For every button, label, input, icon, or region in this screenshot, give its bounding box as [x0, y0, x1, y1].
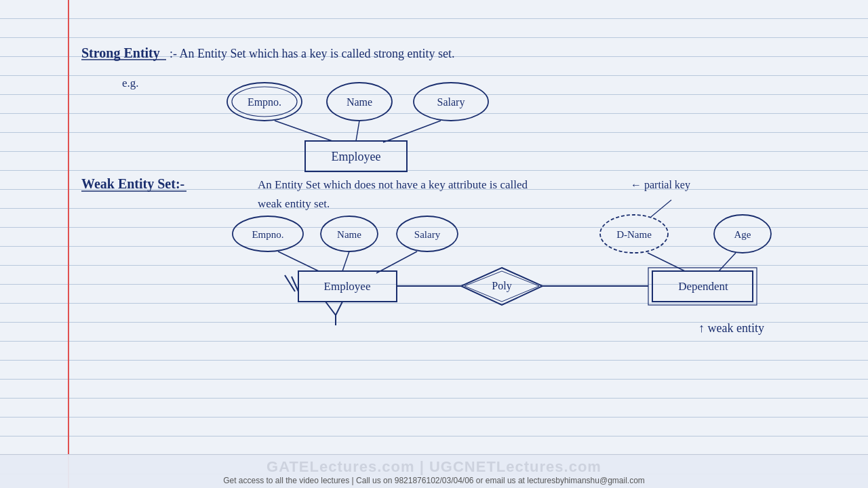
svg-line-8 — [383, 121, 441, 142]
contact-info: Get access to all the video lectures | C… — [223, 476, 645, 485]
employee-entity-weak: Employee — [324, 280, 371, 293]
bottom-bar: GATELectures.com | UGCNETLectures.com Ge… — [0, 454, 868, 488]
svg-line-20 — [278, 251, 319, 271]
employee-entity-strong: Employee — [332, 150, 381, 163]
svg-line-28 — [292, 277, 298, 291]
dname-attr: D-Name — [616, 229, 652, 240]
partial-key-label: ← partial key — [631, 179, 690, 191]
svg-line-21 — [342, 251, 349, 271]
name-attr-weak: Name — [337, 229, 361, 240]
empno-attribute: Empno. — [248, 96, 281, 108]
svg-line-6 — [275, 121, 332, 141]
strong-entity-heading: Strong Entity — [81, 45, 160, 61]
salary-attr-weak: Salary — [414, 229, 441, 240]
svg-line-23 — [648, 253, 685, 271]
relationship-label: Poly — [492, 280, 511, 292]
dependent-entity: Dependent — [678, 280, 728, 293]
svg-line-30 — [336, 302, 342, 315]
svg-line-14 — [651, 200, 671, 217]
age-attr: Age — [734, 229, 751, 240]
svg-line-22 — [376, 251, 417, 273]
empno-attr-weak: Empno. — [252, 229, 283, 240]
main-content: Strong Entity :- An Entity Set which has… — [68, 0, 868, 468]
strong-entity-definition: :- An Entity Set which has a key is call… — [170, 47, 454, 60]
svg-line-24 — [719, 253, 736, 271]
weak-entity-def-1: An Entity Set which does not have a key … — [258, 178, 528, 191]
eg-label: e.g. — [122, 77, 139, 89]
svg-line-27 — [285, 275, 295, 291]
name-attribute-strong: Name — [347, 96, 372, 108]
svg-line-7 — [356, 121, 359, 141]
notes-diagram: Strong Entity :- An Entity Set which has… — [68, 0, 868, 468]
salary-attribute-strong: Salary — [437, 96, 465, 108]
weak-entity-heading: Weak Entity Set:- — [81, 176, 184, 192]
svg-line-29 — [326, 302, 336, 315]
weak-entity-note: ↑ weak entity — [698, 321, 764, 335]
weak-entity-def-2: weak entity set. — [258, 197, 330, 210]
watermark: GATELectures.com | UGCNETLectures.com — [267, 458, 601, 476]
